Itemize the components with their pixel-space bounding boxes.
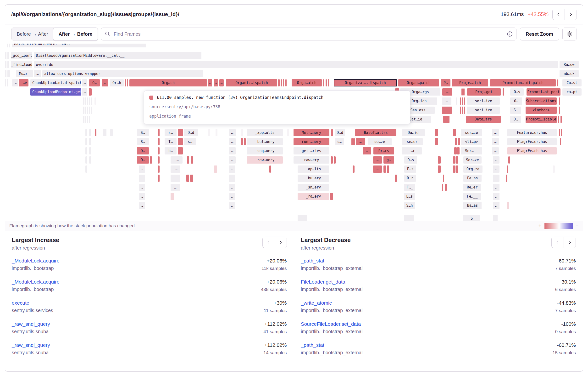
flame-frame[interactable]: …	[229, 166, 235, 173]
flame-frame[interactable]	[244, 138, 246, 145]
flame-frame[interactable]: …	[492, 129, 499, 136]
flame-frame[interactable]	[85, 166, 87, 173]
flame-frame[interactable]	[462, 88, 463, 96]
flame-frame[interactable]	[241, 138, 243, 145]
flame-frame[interactable]	[285, 79, 287, 87]
flame-frame[interactable]: …	[442, 98, 452, 105]
flame-frame[interactable]	[404, 215, 414, 221]
flame-frame[interactable]	[110, 129, 113, 136]
flame-frame[interactable]: Promoti…igible	[525, 116, 557, 123]
flame-frame[interactable]: …	[170, 184, 180, 191]
flame-frame[interactable]: Ser…ze	[463, 156, 482, 164]
flame-frame[interactable]	[351, 138, 353, 145]
flame-frame[interactable]	[460, 98, 461, 105]
flame-frame[interactable]	[395, 175, 397, 182]
flame-frame[interactable]	[442, 184, 443, 191]
flame-frame[interactable]: …	[139, 166, 145, 173]
flame-frame[interactable]	[278, 79, 280, 87]
flame-frame[interactable]: T…	[165, 138, 177, 145]
increase-next-button[interactable]	[275, 237, 287, 248]
function-link[interactable]: execute	[12, 300, 29, 306]
flame-frame[interactable]	[443, 175, 444, 182]
flame-frame[interactable]	[506, 175, 507, 182]
flame-frame[interactable]: _ra…ery	[298, 193, 329, 200]
flame-frame[interactable]: …	[229, 129, 236, 136]
flame-frame[interactable]	[178, 138, 183, 145]
flame-frame[interactable]	[456, 156, 458, 164]
flame-frame[interactable]: RateLimitMiddleware.__call__	[12, 44, 146, 47]
flame-frame[interactable]: s…	[184, 138, 196, 145]
flame-frame[interactable]	[287, 129, 289, 136]
flame-frame[interactable]	[91, 107, 92, 114]
flame-frame[interactable]	[187, 156, 189, 164]
flame-frame[interactable]: _gcd_…port	[11, 52, 32, 59]
flame-frame[interactable]: …	[219, 79, 224, 87]
flame-frame[interactable]: …	[373, 156, 382, 164]
flame-frame[interactable]: D…	[137, 147, 149, 155]
flame-frame[interactable]: …	[493, 175, 500, 182]
flame-frame[interactable]	[559, 129, 560, 136]
flame-frame[interactable]	[125, 79, 126, 87]
flame-frame[interactable]	[89, 98, 90, 105]
flame-frame[interactable]: …	[363, 147, 371, 155]
flame-frame[interactable]: Da…id	[402, 129, 425, 136]
flame-frame[interactable]	[186, 175, 189, 182]
flame-frame[interactable]	[94, 98, 96, 105]
flame-frame[interactable]	[326, 79, 327, 87]
flame-frame[interactable]: …	[34, 70, 41, 77]
flame-frame[interactable]	[334, 156, 336, 164]
flame-frame[interactable]	[453, 129, 456, 136]
toggle-before-after[interactable]: Before → After	[11, 28, 53, 40]
flame-frame[interactable]: Org…ch	[129, 79, 207, 87]
flame-frame[interactable]	[191, 156, 193, 164]
flame-frame[interactable]	[85, 138, 87, 145]
flame-frame[interactable]: Promotion….dispatch	[490, 79, 556, 87]
flame-frame[interactable]	[158, 138, 159, 145]
flame-frame[interactable]: Metr…uery	[294, 129, 329, 136]
flame-frame[interactable]: b…	[165, 147, 177, 155]
flame-frame[interactable]	[559, 98, 560, 105]
flame-frame[interactable]	[503, 88, 504, 96]
flame-frame[interactable]	[178, 129, 183, 136]
flame-frame[interactable]	[553, 166, 555, 173]
flame-frame[interactable]: …	[82, 79, 87, 87]
flame-frame[interactable]: O…s	[510, 88, 524, 96]
flame-frame[interactable]	[443, 116, 450, 123]
flame-frame[interactable]	[331, 129, 333, 136]
flame-frame[interactable]: _ap…lts	[298, 166, 329, 173]
flame-frame[interactable]	[558, 116, 559, 123]
function-link[interactable]: _ModuleLock.acquire	[12, 279, 60, 285]
flame-frame[interactable]: O…	[510, 98, 522, 105]
flame-frame[interactable]: _Mo…r__	[16, 70, 33, 77]
flame-frame[interactable]	[5, 79, 6, 87]
flame-frame[interactable]	[464, 107, 465, 114]
flame-frame[interactable]: F…_	[404, 184, 415, 191]
flame-frame[interactable]	[9, 70, 10, 77]
flame-frame[interactable]: S…	[137, 129, 149, 136]
flame-frame[interactable]	[85, 147, 87, 155]
flame-frame[interactable]	[328, 79, 329, 87]
flame-frame[interactable]: Deta…trs	[466, 116, 501, 123]
flame-frame[interactable]	[438, 156, 441, 164]
flame-frame[interactable]: O…s	[404, 156, 417, 164]
flame-frame[interactable]: _bul…uery	[247, 138, 283, 145]
flame-frame[interactable]: _…r	[402, 147, 422, 155]
flame-frame[interactable]: D…	[510, 116, 521, 123]
flame-frame[interactable]	[462, 107, 463, 114]
flame-frame[interactable]: Org…ze	[463, 166, 483, 173]
function-link[interactable]: _raw_snql_query	[12, 342, 50, 348]
flame-frame[interactable]: _…	[170, 156, 182, 164]
info-icon[interactable]	[507, 31, 513, 38]
flame-frame[interactable]: …	[492, 138, 499, 145]
flame-frame[interactable]: ab…ck	[559, 70, 579, 77]
flame-frame[interactable]	[87, 116, 88, 123]
flame-frame[interactable]: P…	[441, 79, 451, 87]
flame-frame[interactable]: _sn…ery	[298, 184, 329, 191]
flame-frame[interactable]	[83, 98, 84, 105]
settings-button[interactable]	[562, 28, 577, 41]
flame-frame[interactable]	[561, 129, 562, 136]
flame-frame[interactable]	[458, 138, 460, 145]
flame-frame[interactable]: Pr…rs	[373, 147, 394, 155]
flame-frame[interactable]: allow_cors_options_wrapper	[42, 70, 203, 77]
reset-zoom-button[interactable]: Reset Zoom	[520, 28, 559, 41]
